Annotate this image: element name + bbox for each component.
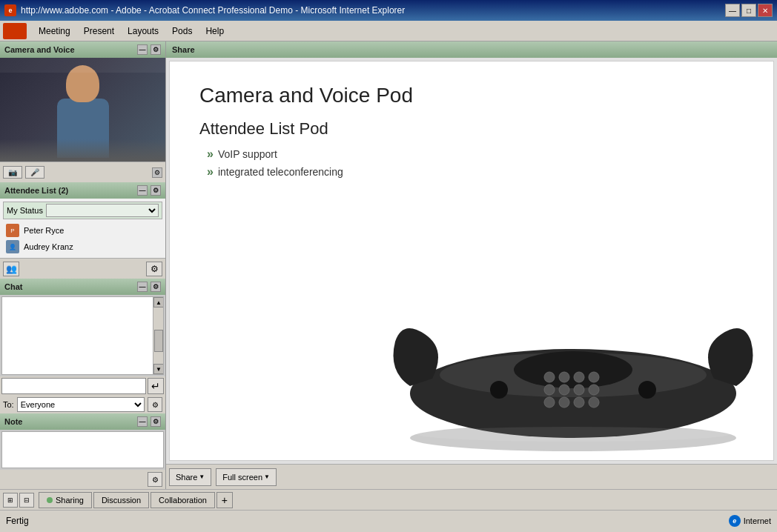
chat-recipient-dropdown[interactable]: Everyone xyxy=(17,397,145,412)
my-status-row: My Status xyxy=(3,202,162,219)
list-item: P Peter Ryce xyxy=(3,222,162,239)
list-item: 👤 Audrey Kranz xyxy=(3,239,162,255)
add-layout-button[interactable]: + xyxy=(216,492,233,508)
collaboration-tab-label: Collaboration xyxy=(159,496,207,505)
attendee-footer: 👥 ⚙ xyxy=(0,258,165,279)
tab-collaboration[interactable]: Collaboration xyxy=(151,492,215,508)
bullet-arrow-icon-2: » xyxy=(207,165,214,179)
chat-settings-button[interactable]: ⚙ xyxy=(151,282,161,292)
bullet-arrow-icon: » xyxy=(207,147,214,161)
app-icon: e xyxy=(4,4,16,16)
close-button[interactable]: ✕ xyxy=(758,4,773,17)
chat-settings-button-2[interactable]: ⚙ xyxy=(148,397,162,412)
chat-minimize-button[interactable]: — xyxy=(137,282,148,292)
svg-point-8 xyxy=(544,385,555,395)
chat-messages: ▲ ▼ xyxy=(1,296,164,375)
layout-icon-2[interactable]: ⊟ xyxy=(19,493,34,508)
camera-video xyxy=(0,58,165,162)
camera-controls: 📷 🎤 ⚙ xyxy=(0,162,165,182)
attendee-pod-controls: — ⚙ xyxy=(137,185,161,196)
chat-input[interactable] xyxy=(1,378,146,394)
tab-sharing[interactable]: Sharing xyxy=(39,492,92,508)
audrey-icon: 👤 xyxy=(6,240,19,253)
camera-controls-settings[interactable]: ⚙ xyxy=(152,167,162,178)
video-toggle-button[interactable]: 📷 xyxy=(3,166,22,179)
windows-status-bar: Fertig e Internet xyxy=(0,510,777,531)
attendee-footer-settings[interactable]: ⚙ xyxy=(146,262,162,276)
note-footer-settings[interactable]: ⚙ xyxy=(148,472,162,487)
svg-point-15 xyxy=(589,397,599,408)
to-label: To: xyxy=(3,400,14,409)
menu-layouts[interactable]: Layouts xyxy=(122,24,165,38)
layout-icons: ⊞ ⊟ xyxy=(3,493,34,508)
chat-pod-header: Chat — ⚙ xyxy=(0,279,165,295)
camera-pod-header: Camera and Voice — ⚙ xyxy=(0,41,165,58)
audrey-name: Audrey Kranz xyxy=(24,242,73,251)
fullscreen-dropdown-arrow: ▼ xyxy=(264,473,270,480)
mic-toggle-button[interactable]: 🎤 xyxy=(25,166,44,179)
discussion-tab-label: Discussion xyxy=(102,496,141,505)
svg-point-10 xyxy=(574,385,584,395)
menu-help[interactable]: Help xyxy=(199,24,230,38)
minimize-button[interactable]: — xyxy=(725,4,740,17)
scroll-down-button[interactable]: ▼ xyxy=(153,364,164,374)
layouts-bar: ⊞ ⊟ Sharing Discussion Collaboration + xyxy=(0,489,777,510)
attendee-minimize-button[interactable]: — xyxy=(137,185,148,196)
status-dropdown[interactable] xyxy=(46,204,159,217)
my-status-label: My Status xyxy=(7,206,43,215)
slide-bullets: » VoIP support » integrated teleconferen… xyxy=(207,147,744,179)
chat-pod-controls: — ⚙ xyxy=(137,282,161,292)
note-minimize-button[interactable]: — xyxy=(137,416,148,427)
chat-pod: Chat — ⚙ ▲ ▼ ↵ To: xyxy=(0,279,165,413)
share-area: Share Camera and Voice Pod Attendee List… xyxy=(166,41,777,489)
attendee-pod-title: Attendee List (2) xyxy=(4,186,68,195)
camera-minimize-button[interactable]: — xyxy=(137,44,148,55)
slide-title: Camera and Voice Pod xyxy=(199,84,744,107)
chat-input-row: ↵ xyxy=(0,376,165,396)
svg-point-6 xyxy=(574,372,584,382)
chat-scrollbar: ▲ ▼ xyxy=(153,297,163,374)
camera-pod-title: Camera and Voice xyxy=(4,45,75,54)
maximize-button[interactable]: □ xyxy=(741,4,756,17)
scroll-track xyxy=(153,307,163,364)
peter-name: Peter Ryce xyxy=(24,226,64,235)
menu-pods[interactable]: Pods xyxy=(166,24,198,38)
slide-bullet-2: » integrated teleconferencing xyxy=(207,165,744,179)
svg-point-16 xyxy=(490,381,508,399)
app-logo xyxy=(3,23,27,39)
share-content: Camera and Voice Pod Attendee List Pod »… xyxy=(169,61,774,461)
slide-bullet-1: » VoIP support xyxy=(207,147,744,161)
svg-point-17 xyxy=(638,381,656,399)
note-pod: Note — ⚙ ⚙ xyxy=(0,413,165,489)
svg-point-9 xyxy=(559,385,569,395)
share-label: Share xyxy=(176,473,197,482)
menu-present[interactable]: Present xyxy=(78,24,120,38)
layout-icon-1[interactable]: ⊞ xyxy=(3,493,18,508)
camera-settings-button[interactable]: ⚙ xyxy=(151,44,161,55)
note-body[interactable] xyxy=(1,431,164,468)
chat-to-row: To: Everyone ⚙ xyxy=(0,396,165,413)
fullscreen-button[interactable]: Full screen ▼ xyxy=(216,468,277,486)
attendee-pod: Attendee List (2) — ⚙ My Status P Peter … xyxy=(0,182,165,279)
attendee-add-button[interactable]: 👥 xyxy=(3,262,19,276)
svg-point-14 xyxy=(574,397,584,408)
attendee-settings-button[interactable]: ⚙ xyxy=(151,185,161,196)
peter-avatar: P xyxy=(6,224,19,237)
note-footer: ⚙ xyxy=(0,470,165,489)
mic-icon: 🎤 xyxy=(30,168,39,176)
internet-icon: e xyxy=(729,515,741,527)
scroll-thumb[interactable] xyxy=(154,330,163,352)
bullet-text-1: VoIP support xyxy=(218,148,277,160)
tab-discussion[interactable]: Discussion xyxy=(93,492,149,508)
scroll-up-button[interactable]: ▲ xyxy=(153,297,164,307)
left-sidebar: Camera and Voice — ⚙ 📷 xyxy=(0,41,166,489)
share-button[interactable]: Share ▼ xyxy=(169,468,211,486)
bullet-text-2: integrated teleconferencing xyxy=(218,166,343,178)
attendee-pod-header: Attendee List (2) — ⚙ xyxy=(0,182,165,199)
menu-meeting[interactable]: Meeting xyxy=(33,24,76,38)
chat-send-button[interactable]: ↵ xyxy=(148,378,164,394)
note-settings-button[interactable]: ⚙ xyxy=(151,416,161,427)
share-pod-header: Share xyxy=(166,41,777,58)
internet-zone: e Internet xyxy=(729,515,771,527)
sharing-tab-label: Sharing xyxy=(56,496,84,505)
